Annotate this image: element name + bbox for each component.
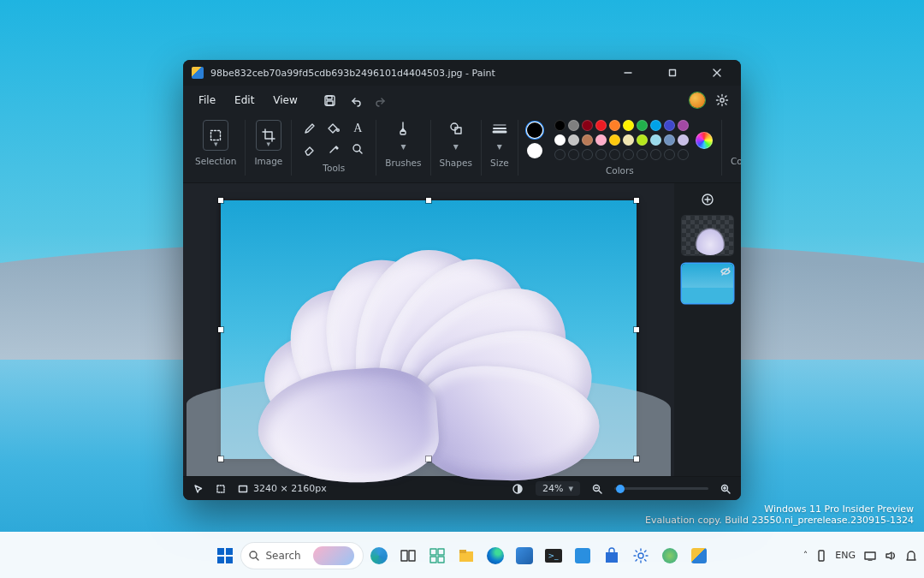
color-swatch[interactable]	[637, 120, 648, 131]
canvas[interactable]	[221, 200, 637, 459]
color-picker-tool[interactable]	[324, 140, 343, 158]
color-swatch[interactable]	[678, 149, 689, 160]
taskbar[interactable]: Search >_ ˄ ENG	[0, 532, 924, 578]
layer-thumb-1[interactable]	[682, 216, 733, 255]
copilot-icon[interactable]	[366, 543, 392, 569]
visibility-icon[interactable]	[720, 266, 731, 277]
user-avatar[interactable]	[690, 92, 705, 108]
size-tool[interactable]	[490, 120, 509, 137]
app-icon-1[interactable]	[512, 543, 537, 569]
lang-indicator[interactable]: ENG	[835, 550, 856, 561]
maximize-button[interactable]	[654, 60, 691, 86]
resize-handle[interactable]	[218, 456, 223, 462]
edge-icon[interactable]	[483, 543, 508, 569]
search-highlight-icon	[313, 546, 354, 565]
color-swatch[interactable]	[554, 120, 566, 131]
canvas-size-value: 3240 × 2160px	[253, 483, 327, 494]
color-swatch[interactable]	[595, 120, 607, 131]
color-swatch[interactable]	[678, 134, 689, 146]
task-view-icon[interactable]	[395, 543, 421, 569]
minimize-button[interactable]	[609, 60, 647, 86]
color-management-icon[interactable]	[512, 483, 524, 495]
fill-tool[interactable]	[324, 120, 343, 137]
redo-button[interactable]	[370, 89, 394, 111]
undo-button[interactable]	[344, 89, 368, 111]
color-swatch[interactable]	[582, 149, 593, 160]
zoom-dropdown[interactable]: 24% ▾	[536, 481, 580, 496]
terminal-icon[interactable]: >_	[541, 543, 566, 569]
add-layer-button[interactable]	[700, 192, 715, 207]
tray-usb-icon[interactable]	[816, 550, 826, 562]
shapes-tool[interactable]	[447, 120, 465, 137]
resize-handle[interactable]	[634, 198, 639, 203]
color-swatch[interactable]	[582, 120, 593, 131]
zoom-out-button[interactable]	[592, 484, 602, 494]
cocreator-button[interactable]	[740, 120, 741, 151]
tray-chevron-icon[interactable]: ˄	[803, 550, 808, 561]
resize-handle[interactable]	[426, 198, 431, 203]
start-button[interactable]	[212, 543, 238, 569]
resize-handle[interactable]	[218, 327, 223, 332]
notification-icon[interactable]	[905, 550, 917, 562]
color-swatch[interactable]	[623, 120, 634, 131]
zoom-in-button[interactable]	[720, 484, 731, 494]
select-tool[interactable]: ▾	[203, 120, 228, 151]
color2-swatch[interactable]	[527, 143, 542, 158]
taskbar-search[interactable]: Search	[241, 543, 362, 569]
close-button[interactable]	[698, 60, 736, 86]
volume-icon[interactable]	[885, 551, 897, 561]
color-swatch[interactable]	[609, 134, 620, 146]
color-swatch[interactable]	[637, 134, 648, 146]
store-icon[interactable]	[599, 543, 625, 569]
color-swatch[interactable]	[650, 120, 661, 131]
explorer-icon[interactable]	[453, 543, 479, 569]
titlebar[interactable]: 98be832ceb70a99fd5cdb693b2496101d4404503…	[183, 60, 741, 86]
color-swatch[interactable]	[568, 134, 579, 146]
color-swatch[interactable]	[554, 134, 566, 146]
color-swatch[interactable]	[595, 134, 607, 146]
color-swatch[interactable]	[582, 134, 593, 146]
color-swatch[interactable]	[609, 149, 620, 160]
brush-tool[interactable]	[394, 120, 412, 137]
color-swatch[interactable]	[678, 120, 689, 131]
color-swatch[interactable]	[664, 149, 675, 160]
settings-button[interactable]	[710, 89, 734, 111]
zoom-slider[interactable]	[614, 487, 708, 490]
menu-file[interactable]: File	[190, 90, 224, 110]
color-swatch[interactable]	[664, 134, 675, 146]
save-button[interactable]	[318, 89, 342, 111]
resize-handle[interactable]	[218, 198, 223, 203]
color-swatch[interactable]	[650, 149, 661, 160]
color-swatch[interactable]	[609, 120, 620, 131]
menu-edit[interactable]: Edit	[226, 90, 263, 110]
color-swatch[interactable]	[595, 149, 607, 160]
network-icon[interactable]	[864, 551, 876, 561]
menu-view[interactable]: View	[264, 90, 305, 110]
layer-thumb-2[interactable]	[682, 264, 733, 303]
settings-icon[interactable]	[628, 543, 654, 569]
widgets-icon[interactable]	[424, 543, 450, 569]
canvas-area[interactable]	[183, 183, 674, 476]
color-swatch[interactable]	[664, 120, 675, 131]
magnifier-tool[interactable]	[348, 140, 367, 158]
edit-colors-button[interactable]	[696, 132, 713, 149]
resize-handle[interactable]	[634, 456, 639, 462]
color-swatch[interactable]	[554, 149, 566, 160]
color-swatch[interactable]	[568, 120, 579, 131]
resize-handle[interactable]	[426, 456, 431, 462]
eraser-tool[interactable]	[300, 140, 319, 158]
color-swatch[interactable]	[623, 149, 634, 160]
paint-taskbar-icon[interactable]	[686, 543, 712, 569]
resize-handle[interactable]	[634, 327, 639, 332]
color-swatch[interactable]	[650, 134, 661, 146]
color-swatch[interactable]	[623, 134, 634, 146]
app-icon-3[interactable]	[657, 543, 683, 569]
pencil-tool[interactable]	[300, 120, 319, 137]
color-swatch[interactable]	[637, 149, 648, 160]
group-tools: A Tools	[291, 120, 372, 176]
text-tool[interactable]: A	[348, 120, 367, 137]
color1-swatch[interactable]	[527, 122, 542, 138]
app-icon-2[interactable]	[570, 543, 595, 569]
color-swatch[interactable]	[568, 149, 579, 160]
crop-tool[interactable]: ▾	[256, 120, 281, 151]
